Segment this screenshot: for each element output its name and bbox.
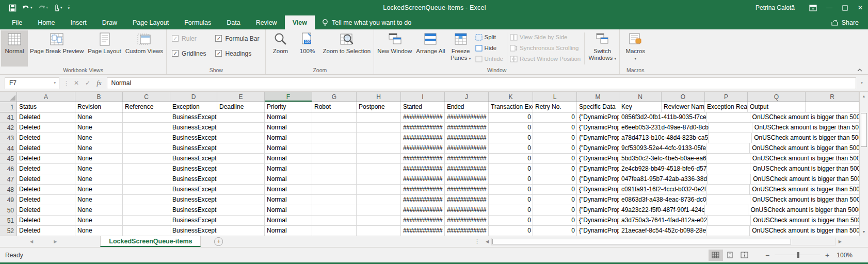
cell-E51[interactable] [217, 216, 265, 225]
sheet-nav-right-icon[interactable]: ▶ [54, 239, 57, 244]
cell-C46[interactable] [123, 164, 170, 174]
cell-D1[interactable]: Exception [170, 102, 217, 112]
zoom-slider[interactable]: − + [765, 251, 829, 259]
cell-N44[interactable]: 9cf53093-52e4-4cfc-9133-05fe [619, 143, 706, 153]
cell-P43[interactable]: OnUSCheck amount is bigger than 5000 [752, 133, 859, 143]
row-header-52[interactable]: 52 [0, 226, 17, 236]
row-header-50[interactable]: 50 [0, 205, 17, 215]
row-header-45[interactable]: 45 [0, 154, 17, 163]
cell-M49[interactable]: {"DynamicProp [577, 195, 619, 205]
normal-view-button[interactable]: Normal [1, 30, 28, 67]
cell-J42[interactable]: ############ [445, 123, 489, 133]
hide-button[interactable]: Hide [475, 43, 503, 53]
cell-L47[interactable]: 0 [533, 174, 577, 184]
cell-M46[interactable]: {"DynamicProp [577, 164, 619, 174]
cell-N43[interactable]: a78d4713-b10c-48d4-823b-ca5 [619, 133, 709, 143]
horizontal-scrollbar[interactable]: ◀ ▶ [483, 236, 844, 247]
cell-B50[interactable]: None [75, 205, 123, 215]
cell-F48[interactable]: Normal [265, 185, 312, 194]
zoom-level[interactable]: 100% [837, 252, 853, 259]
cell-K51[interactable]: 0 [489, 216, 533, 225]
cell-H52[interactable] [357, 226, 401, 236]
cell-O48[interactable] [706, 185, 750, 194]
cell-G52[interactable] [312, 226, 357, 236]
cell-D51[interactable]: BusinessException [170, 216, 217, 225]
scroll-right-icon[interactable]: ▶ [836, 239, 844, 244]
column-header-I[interactable]: I [401, 92, 445, 102]
cell-I52[interactable]: ############ [401, 226, 445, 236]
cell-E50[interactable] [217, 205, 265, 215]
cell-N49[interactable]: e0863d3f-a438-4eac-8736-dc0 [619, 195, 707, 205]
cell-P45[interactable]: OnUSCheck amount is bigger than 5000 [750, 154, 859, 163]
cell-J46[interactable]: ############ [445, 164, 489, 174]
horizontal-scroll-thumb[interactable] [492, 239, 791, 244]
cell-H41[interactable] [357, 112, 401, 122]
cell-K44[interactable]: 0 [489, 143, 533, 153]
cell-H42[interactable] [357, 123, 401, 133]
cell-O46[interactable] [707, 164, 750, 174]
cell-C44[interactable] [123, 143, 170, 153]
cell-K50[interactable]: 0 [489, 205, 533, 215]
tab-review[interactable]: Review [248, 15, 285, 29]
cell-N52[interactable]: 21aecaef-8c54-452c-b098-28e [619, 226, 706, 236]
cell-C42[interactable] [123, 123, 170, 133]
collapse-ribbon-icon[interactable] [857, 68, 863, 72]
switch-windows-button[interactable]: Switch Windows ▾ [586, 30, 618, 67]
tab-file[interactable]: File [4, 15, 30, 29]
cell-F1[interactable]: Priority [265, 102, 312, 112]
vertical-scrollbar[interactable]: ▲ ▼ [859, 92, 868, 236]
horizontal-scroll-track[interactable] [491, 238, 836, 245]
column-header-C[interactable]: C [123, 92, 170, 102]
cell-N45[interactable]: 5bd350c2-3efc-4be5-b0ae-ea6 [619, 154, 707, 163]
cell-A50[interactable]: Deleted [17, 205, 75, 215]
undo-caret-icon[interactable]: ▾ [30, 6, 33, 10]
freeze-panes-button[interactable]: Freeze Panes ▾ [447, 30, 474, 67]
cell-O51[interactable] [708, 216, 751, 225]
cell-D43[interactable]: BusinessException [170, 133, 217, 143]
status-page-break-button[interactable] [737, 250, 752, 261]
cell-G46[interactable] [312, 164, 357, 174]
cell-R1[interactable] [806, 102, 859, 112]
cell-M51[interactable]: {"DynamicProp [577, 216, 619, 225]
cell-G45[interactable] [312, 154, 357, 163]
tell-me-box[interactable]: Tell me what you want to do [315, 15, 419, 29]
row-header-51[interactable]: 51 [0, 216, 17, 225]
cell-B45[interactable]: None [75, 154, 123, 163]
vertical-scroll-thumb[interactable] [861, 113, 867, 147]
cell-I51[interactable]: ############ [401, 216, 445, 225]
cell-B42[interactable]: None [75, 123, 123, 133]
cell-J48[interactable]: ############ [445, 185, 489, 194]
cell-I50[interactable]: ############ [401, 205, 445, 215]
cell-O47[interactable] [708, 174, 751, 184]
cell-H43[interactable] [357, 133, 401, 143]
cell-E47[interactable] [217, 174, 265, 184]
cell-J44[interactable]: ############ [445, 143, 489, 153]
cell-L52[interactable]: 0 [533, 226, 577, 236]
cell-L1[interactable]: Retry No. [533, 102, 577, 112]
cell-F42[interactable]: Normal [265, 123, 312, 133]
cell-J47[interactable]: ############ [445, 174, 489, 184]
cell-I41[interactable]: ############ [401, 112, 445, 122]
cell-C41[interactable] [123, 112, 170, 122]
share-button[interactable]: Share [822, 15, 868, 29]
cell-K52[interactable]: 0 [489, 226, 533, 236]
cell-P50[interactable]: OnUSCheck amount is bigger than 5000 [748, 205, 859, 215]
cell-D52[interactable]: BusinessException [170, 226, 217, 236]
cell-D50[interactable]: BusinessException [170, 205, 217, 215]
column-header-B[interactable]: B [75, 92, 123, 102]
cell-M1[interactable]: Specific Data [577, 102, 619, 112]
cell-J41[interactable]: ############ [445, 112, 489, 122]
cell-I49[interactable]: ############ [401, 195, 445, 205]
cell-J52[interactable]: ############ [445, 226, 489, 236]
cell-H50[interactable] [357, 205, 401, 215]
cell-A44[interactable]: Deleted [17, 143, 75, 153]
cell-K41[interactable]: 0 [489, 112, 533, 122]
cell-L42[interactable]: 0 [533, 123, 577, 133]
cell-C51[interactable] [123, 216, 170, 225]
cell-E44[interactable] [217, 143, 265, 153]
row-header-49[interactable]: 49 [0, 195, 17, 205]
tab-view[interactable]: View [285, 15, 315, 29]
cell-P46[interactable]: OnUSCheck amount is bigger than 5000 [750, 164, 859, 174]
cell-K47[interactable]: 0 [489, 174, 533, 184]
cell-Q1[interactable]: Output [748, 102, 806, 112]
